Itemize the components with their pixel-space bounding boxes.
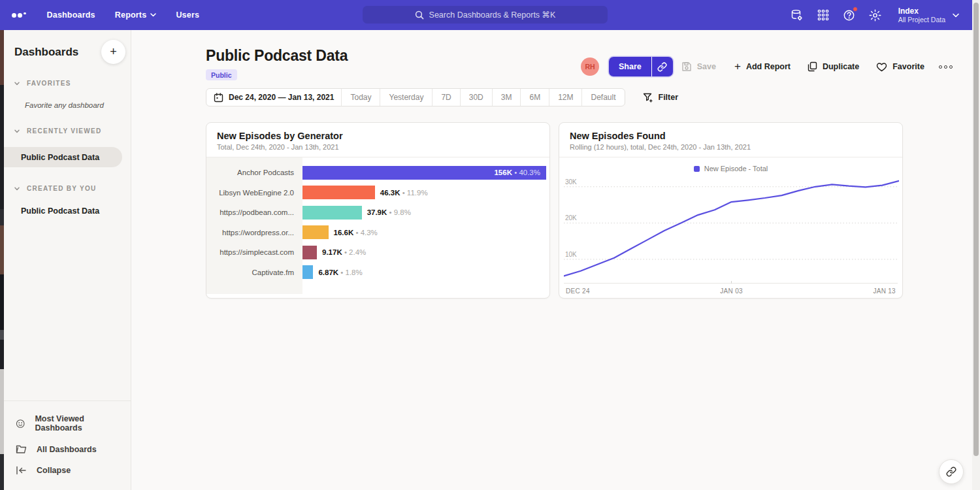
range-12m[interactable]: 12M [549,89,581,106]
app-logo[interactable] [12,12,26,18]
add-report-button[interactable]: + Add Report [734,62,791,71]
range-3m[interactable]: 3M [492,89,521,106]
line-chart-card: New Episodes Found Rolling (12 hours), t… [559,122,903,299]
link-icon [657,62,667,72]
bar[interactable] [302,265,313,279]
share-button[interactable]: Share [609,57,651,76]
section-favorites-label: FAVORITES [27,80,71,87]
favorite-label: Favorite [892,62,924,71]
more-options-button[interactable] [939,65,953,69]
x-label-dec24: DEC 24 [566,287,590,295]
filter-funnel-icon [643,93,653,103]
section-created-by-you-label: CREATED BY YOU [27,185,97,192]
project-name: Index [898,7,945,16]
bar-row: Captivate.fm6.87K • 1.8% [206,263,549,283]
section-favorites[interactable]: FAVORITES [14,80,120,87]
filter-button[interactable]: Filter [643,93,679,103]
apps-grid-icon[interactable] [816,8,830,22]
most-viewed-dashboards-label: Most Viewed Dashboards [35,414,119,433]
nav-item-reports[interactable]: Reports [115,10,157,20]
date-range-label: Dec 24, 2020 — Jan 13, 2021 [229,93,334,102]
save-icon [681,61,692,72]
date-range-picker[interactable]: Dec 24, 2020 — Jan 13, 2021 [206,89,341,106]
save-button[interactable]: Save [681,61,716,72]
sidebar-item-public-podcast-data[interactable]: Public Podcast Data [4,147,122,167]
bar[interactable] [302,246,317,259]
range-yesterday[interactable]: Yesterday [380,89,432,106]
sidebar-item-public-podcast-data-created[interactable]: Public Podcast Data [21,206,131,216]
bar-track: 6.87K • 1.8% [302,265,549,279]
project-selector[interactable]: Index All Project Data [898,7,959,24]
bar[interactable]: 156K • 40.3% [302,166,546,180]
chevron-down-icon [14,82,20,86]
floating-copy-link-button[interactable] [939,459,964,484]
bar-value-label: 37.9K • 9.8% [367,208,411,216]
search-input[interactable]: Search Dashboards & Reports ⌘K [363,6,608,24]
bar-chart-card: New Episodes by Generator Total, Dec 24t… [206,122,550,299]
chevron-down-icon [14,129,20,133]
bar[interactable] [302,225,329,239]
section-recently-viewed[interactable]: RECENTLY VIEWED [14,127,120,135]
section-recently-viewed-label: RECENTLY VIEWED [27,127,102,135]
bar[interactable] [302,186,375,199]
bar-category-label: https://podbean.com... [206,208,302,216]
bar-chart-title: New Episodes by Generator [217,131,539,141]
page-title: Public Podcast Data [206,47,348,65]
chevron-down-icon [150,13,156,17]
bar-value-label: 9.17K • 2.4% [322,248,366,256]
bar-category-label: Libsyn WebEngine 2.0 [206,189,302,197]
chevron-down-icon [953,13,959,18]
notification-dot [853,7,858,12]
link-icon [946,466,956,477]
y-tick-label: 10K [565,251,577,258]
top-navbar: Dashboards Reports Users Search Dashboar… [0,0,973,30]
favorite-button[interactable]: Favorite [876,62,924,72]
range-7d[interactable]: 7D [432,89,459,106]
bar-row: https://podbean.com...37.9K • 9.8% [206,203,549,223]
bar-track: 156K • 40.3% [302,166,549,180]
bar[interactable] [302,206,362,220]
help-icon[interactable] [842,8,857,22]
copy-link-button[interactable] [652,57,673,76]
date-range-control: Dec 24, 2020 — Jan 13, 2021 Today Yester… [206,88,625,106]
plus-icon: + [734,62,741,71]
range-6m[interactable]: 6M [520,89,549,106]
x-axis: DEC 24 JAN 03 JAN 13 [564,283,898,295]
all-dashboards-button[interactable]: All Dashboards [4,438,131,460]
duplicate-label: Duplicate [823,62,859,71]
bar-category-label: Captivate.fm [206,269,302,276]
search-icon [415,10,424,20]
nav-item-dashboards[interactable]: Dashboards [47,10,95,20]
bar-value-label: 46.3K • 11.9% [380,189,428,197]
smiley-icon [16,418,25,429]
folder-icon [16,444,27,454]
save-label: Save [697,62,716,71]
nav-item-users[interactable]: Users [176,10,199,20]
bar-value-label: 6.87K • 1.8% [318,269,362,276]
collapse-sidebar-button[interactable]: Collapse [4,460,131,481]
range-30d[interactable]: 30D [460,89,492,106]
x-axis-tick [731,281,732,284]
duplicate-button[interactable]: Duplicate [808,61,859,72]
bar-track: 16.6K • 4.3% [302,225,549,239]
data-management-icon[interactable] [790,8,804,22]
section-created-by-you[interactable]: CREATED BY YOU [14,185,120,192]
search-placeholder: Search Dashboards & Reports ⌘K [429,10,556,20]
scrollbar-thumb[interactable] [973,3,979,456]
chevron-down-icon [14,187,20,191]
legend-swatch [694,166,700,172]
favorites-empty-hint: Favorite any dashboard [25,101,131,109]
bar-value-label: 16.6K • 4.3% [334,229,378,237]
line-chart-subtitle: Rolling (12 hours), total, Dec 24th, 202… [570,143,892,151]
bar-track: 9.17K • 2.4% [302,246,549,259]
range-today[interactable]: Today [341,89,380,106]
bar-row: https://simplecast.com9.17K • 2.4% [206,242,549,263]
settings-gear-icon[interactable] [868,8,883,22]
new-dashboard-button[interactable]: + [101,40,125,64]
add-report-label: Add Report [746,62,791,71]
calendar-icon [214,93,223,103]
sidebar-title: Dashboards [14,46,78,59]
range-default[interactable]: Default [581,89,624,106]
most-viewed-dashboards-button[interactable]: Most Viewed Dashboards [4,408,131,438]
avatar[interactable]: RH [581,57,599,76]
